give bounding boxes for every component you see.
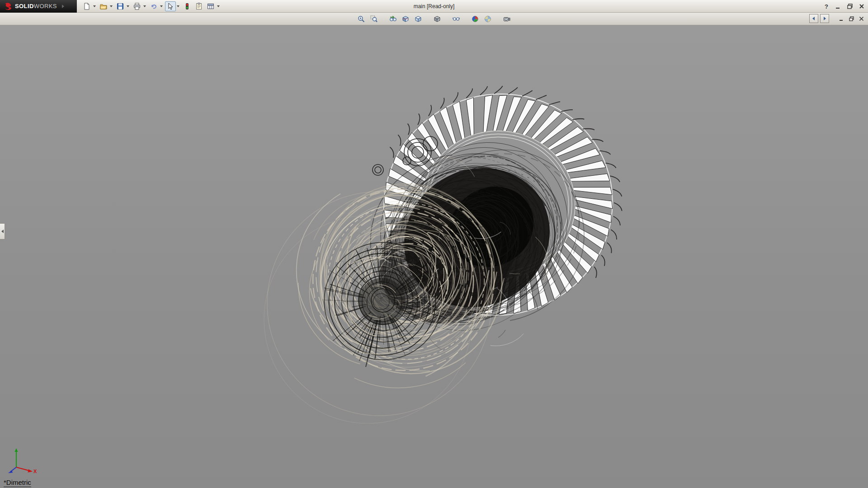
hide-show-items-icon: [453, 15, 460, 23]
file-properties-button[interactable]: [193, 1, 204, 11]
restore-button[interactable]: [845, 2, 854, 10]
print-icon: [133, 3, 141, 10]
new-document-button[interactable]: [81, 1, 92, 11]
zoom-to-fit-button[interactable]: [356, 14, 367, 24]
apply-scene-icon: [484, 15, 491, 23]
select-button[interactable]: [165, 1, 176, 11]
undo-icon: [150, 3, 157, 10]
view-orientation-icon: [415, 15, 422, 23]
doc-minimize-icon: [839, 16, 844, 21]
save-button[interactable]: [115, 1, 126, 11]
triad-x-label: X: [33, 469, 37, 474]
view-orientation-button[interactable]: [413, 14, 424, 24]
open-caret-icon[interactable]: [110, 5, 113, 7]
previous-window-icon: [811, 16, 816, 21]
save-icon: [117, 3, 124, 10]
display-style-icon: [434, 15, 441, 23]
rebuild-stoplight-icon: [184, 3, 191, 10]
open-folder-icon: [100, 3, 107, 10]
previous-view-button[interactable]: [387, 14, 398, 24]
undo-button[interactable]: [148, 1, 159, 11]
previous-view-icon: [389, 15, 396, 23]
close-button[interactable]: [857, 2, 866, 10]
doc-restore-icon: [849, 16, 854, 21]
doc-restore-button[interactable]: [847, 14, 855, 23]
triad-y-arrow: [15, 448, 18, 452]
open-button[interactable]: [98, 1, 109, 11]
zoom-to-fit-icon: [358, 15, 365, 23]
previous-window-button[interactable]: [809, 14, 818, 23]
minimize-icon: [835, 4, 841, 9]
options-grid-icon: [207, 3, 214, 10]
select-cursor-icon: [167, 3, 174, 10]
heads-up-strip: [0, 13, 868, 25]
hide-show-items-button[interactable]: [451, 14, 462, 24]
new-document-caret-icon[interactable]: [93, 5, 96, 7]
new-document-icon: [83, 3, 90, 10]
main-toolbar: [77, 1, 221, 11]
view-orientation-label: *Dimetric: [4, 479, 31, 487]
next-window-icon: [822, 16, 827, 21]
select-caret-icon[interactable]: [177, 5, 179, 7]
edit-appearance-button[interactable]: [470, 14, 481, 24]
help-button[interactable]: ?: [822, 2, 831, 10]
graphics-viewport[interactable]: X *Dimetric: [0, 25, 868, 488]
save-caret-icon[interactable]: [127, 5, 129, 7]
restore-icon: [847, 4, 853, 9]
help-icon: ?: [825, 3, 828, 10]
model-wireframe-turbine[interactable]: [0, 25, 868, 488]
brand-expand-icon[interactable]: [62, 5, 64, 8]
triad-x-arrow: [28, 469, 33, 473]
solidworks-logo-icon: [4, 2, 13, 10]
solidworks-brand: SOLIDWORKS: [0, 0, 77, 13]
options-button[interactable]: [205, 1, 216, 11]
options-caret-icon[interactable]: [217, 5, 220, 7]
zoom-to-area-icon: [370, 15, 377, 23]
collapsed-panel-tab[interactable]: [0, 223, 5, 239]
view-settings-button[interactable]: [501, 14, 512, 24]
file-properties-icon: [195, 3, 203, 10]
print-caret-icon[interactable]: [143, 5, 146, 7]
section-view-button[interactable]: [400, 14, 411, 24]
zoom-to-area-button[interactable]: [368, 14, 379, 24]
heads-up-view-toolbar: [356, 13, 512, 25]
document-window-controls: [809, 14, 865, 23]
rebuild-stoplight-button[interactable]: [182, 1, 193, 11]
print-button[interactable]: [132, 1, 142, 11]
undo-caret-icon[interactable]: [160, 5, 163, 7]
title-bar: SOLIDWORKS: [0, 0, 868, 13]
display-style-button[interactable]: [432, 14, 443, 24]
apply-scene-button[interactable]: [482, 14, 493, 24]
next-window-button[interactable]: [820, 14, 829, 23]
section-view-icon: [402, 15, 409, 23]
view-settings-icon: [503, 15, 510, 23]
doc-minimize-button[interactable]: [837, 14, 845, 23]
doc-close-button[interactable]: [857, 14, 865, 23]
minimize-button[interactable]: [834, 2, 843, 10]
close-icon: [859, 4, 864, 9]
title-bar-controls: ?: [822, 0, 866, 13]
doc-close-icon: [859, 16, 864, 21]
solidworks-window: SOLIDWORKS: [0, 0, 868, 488]
orientation-triad: X: [6, 446, 38, 474]
brand-text: SOLIDWORKS: [15, 3, 57, 9]
collapse-arrow-icon: [1, 230, 4, 233]
edit-appearance-icon: [472, 15, 479, 23]
